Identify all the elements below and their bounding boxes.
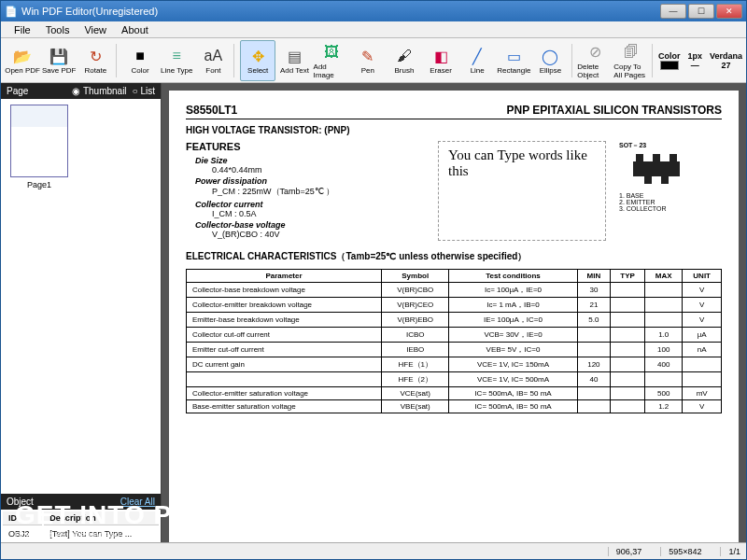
pin-label: 3. COLLECTOR	[619, 205, 722, 212]
select-button[interactable]: ✥Select	[240, 40, 275, 81]
maximize-button[interactable]: ☐	[688, 4, 714, 19]
thumbnail-image	[10, 105, 68, 177]
menu-view[interactable]: View	[77, 24, 114, 35]
feature-item: Power dissipationP_CM : 225mW（Tamb=25℃ ）	[195, 176, 425, 198]
pen-button[interactable]: ✎Pen	[350, 40, 386, 81]
current-color[interactable]: Color	[658, 51, 681, 70]
page-indicator: 1/1	[720, 547, 740, 556]
document-area[interactable]: S8550LT1 PNP EPITAXIAL SILICON TRANSISTO…	[162, 83, 746, 542]
toolbar-separator	[652, 44, 655, 77]
package-label: SOT－23	[619, 142, 646, 148]
statusbar: 906,37 595×842 1/1	[1, 542, 746, 559]
char-row: Collector cut-off currentICBOVCB= 30V，IE…	[187, 328, 722, 343]
rectangle-button[interactable]: ▭Rectangle	[496, 40, 531, 81]
view-mode: ◉ Thumbnail ○ List	[72, 86, 155, 96]
char-row: Collector-base breakdown voltageV(BR)CBO…	[187, 283, 722, 298]
menu-file[interactable]: File	[7, 24, 38, 35]
close-button[interactable]: ✕	[716, 4, 742, 19]
char-row: Collector-emitter breakdown voltageV(BR)…	[187, 298, 722, 313]
eraser-icon: ◧	[430, 46, 451, 66]
svg-rect-0	[633, 161, 680, 176]
char-row: Emitter cut-off currentIEBOVEB= 5V，IC=01…	[187, 343, 722, 357]
doc-subtitle: HIGH VOLTAGE TRANSISTOR: (PNP)	[186, 125, 722, 135]
char-col: MIN	[577, 270, 611, 283]
menubar: FileToolsViewAbout	[1, 21, 746, 38]
features-label: FEATURES	[186, 141, 425, 152]
doc-title: PNP EPITAXIAL SILICON TRANSISTORS	[507, 104, 722, 117]
add-text-icon: ▤	[285, 46, 305, 66]
features-list: FEATURES Die Size 0.44*0.44mmPower dissi…	[186, 141, 425, 241]
package-diagram: SOT－23 1. BASE2. EMITTER3. COLLECTOR	[619, 141, 722, 241]
view-list-radio[interactable]: ○ List	[133, 86, 155, 96]
open-pdf-button[interactable]: 📂Open PDF	[5, 40, 40, 81]
save-pdf-button[interactable]: 💾Save PDF	[41, 40, 77, 81]
line-type-icon: ≡	[166, 46, 187, 66]
page-dimensions: 595×842	[660, 547, 701, 556]
svg-rect-5	[661, 176, 669, 184]
watermark-subtitle: Download Your Desired App	[15, 530, 191, 539]
feature-item: Collector currentI_CM : 0.5A	[195, 200, 425, 218]
color-button[interactable]: ■Color	[122, 40, 158, 81]
save-pdf-icon: 💾	[49, 46, 69, 66]
delete-object-icon: ⊘	[585, 42, 605, 63]
typed-text-object[interactable]: You can Type words like this	[438, 141, 606, 241]
add-image-button[interactable]: 🖼Add Image	[314, 40, 349, 81]
add-image-icon: 🖼	[321, 42, 342, 63]
font-button[interactable]: aAFont	[195, 40, 231, 81]
select-icon: ✥	[247, 46, 268, 66]
brush-icon: 🖌	[394, 46, 415, 66]
line-button[interactable]: ╱Line	[459, 40, 495, 81]
features-section: FEATURES Die Size 0.44*0.44mmPower dissi…	[186, 141, 722, 241]
pin-label: 1. BASE	[619, 192, 722, 199]
ellipse-button[interactable]: ◯Ellipse	[532, 40, 568, 81]
minimize-button[interactable]: —	[660, 4, 686, 19]
line-type-button[interactable]: ≡Line Type	[159, 40, 194, 81]
page-panel-header: Page ◉ Thumbnail ○ List	[1, 83, 161, 99]
characteristics-title: ELECTRICAL CHARACTERISTICS（Tamb=25℃ unle…	[186, 250, 722, 263]
toolbar-separator	[571, 44, 575, 77]
char-col: Parameter	[187, 270, 382, 283]
sidebar: Page ◉ Thumbnail ○ List Page1 Object Cle…	[1, 83, 162, 542]
pdf-page[interactable]: S8550LT1 PNP EPITAXIAL SILICON TRANSISTO…	[169, 91, 739, 542]
char-col: TYP	[611, 270, 645, 283]
current-font[interactable]: Verdana27	[710, 51, 742, 70]
page-heading: S8550LT1 PNP EPITAXIAL SILICON TRANSISTO…	[186, 104, 722, 119]
view-thumbnail-radio[interactable]: ◉ Thumbnail	[72, 86, 126, 96]
toolbar-separator	[233, 44, 237, 77]
svg-rect-1	[636, 154, 643, 161]
toolbar-right: Color 1px— Verdana27	[658, 51, 742, 70]
rotate-button[interactable]: ↻Rotate	[78, 40, 113, 81]
thumbnail-label: Page1	[27, 180, 51, 189]
copy-to-all-icon: 🗐	[621, 42, 641, 63]
characteristics-table: ParameterSymbolTest conditionsMINTYPMAXU…	[186, 269, 722, 413]
svg-rect-3	[669, 154, 677, 161]
toolbar: 📂Open PDF💾Save PDF↻Rotate■Color≡Line Typ…	[1, 38, 746, 83]
svg-rect-2	[653, 154, 660, 161]
char-col: Test conditions	[449, 270, 577, 283]
char-row: Base-emitter saturation voltageVBE(sat)I…	[187, 400, 722, 413]
char-row: Emitter-base breakdown voltageV(BR)EBOIE…	[187, 313, 722, 328]
sot23-icon	[619, 150, 694, 188]
ellipse-icon: ◯	[540, 46, 560, 66]
copy-to-all-button[interactable]: 🗐Copy To All Pages	[613, 40, 649, 81]
brush-button[interactable]: 🖌Brush	[387, 40, 422, 81]
color-icon: ■	[130, 46, 150, 66]
add-text-button[interactable]: ▤Add Text	[276, 40, 312, 81]
feature-item: Die Size 0.44*0.44mm	[195, 156, 425, 175]
menu-about[interactable]: About	[114, 24, 156, 35]
toolbar-separator	[116, 44, 120, 77]
titlebar: 📄 Win PDF Editor(Unregistered) — ☐ ✕	[1, 1, 746, 21]
feature-item: Collector-base voltageV_(BR)CBO : 40V	[195, 220, 425, 239]
current-width[interactable]: 1px—	[688, 51, 703, 70]
app-icon: 📄	[5, 6, 18, 18]
body: Page ◉ Thumbnail ○ List Page1 Object Cle…	[1, 83, 746, 542]
line-icon: ╱	[467, 46, 487, 66]
open-pdf-icon: 📂	[12, 46, 33, 66]
thumbnail-panel[interactable]: Page1	[1, 99, 161, 494]
page-thumbnail[interactable]: Page1	[7, 105, 72, 189]
delete-object-button[interactable]: ⊘Delete Object	[577, 40, 613, 81]
eraser-button[interactable]: ◧Eraser	[423, 40, 458, 81]
svg-rect-4	[644, 176, 652, 184]
menu-tools[interactable]: Tools	[38, 24, 78, 35]
char-col: UNIT	[683, 270, 722, 283]
